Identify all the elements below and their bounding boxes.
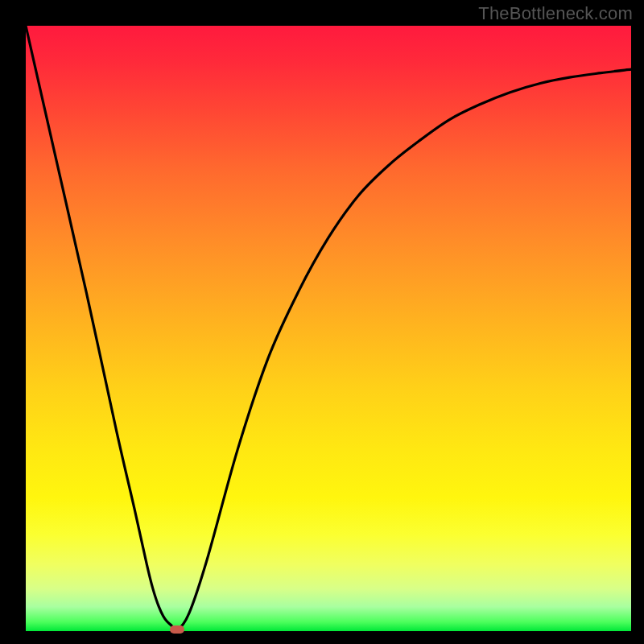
minimum-marker — [170, 625, 184, 634]
curve-layer — [26, 26, 631, 631]
plot-area — [26, 26, 631, 631]
watermark-text: TheBottleneck.com — [478, 3, 633, 24]
bottleneck-curve — [26, 26, 631, 631]
chart-frame: TheBottleneck.com — [0, 0, 644, 644]
